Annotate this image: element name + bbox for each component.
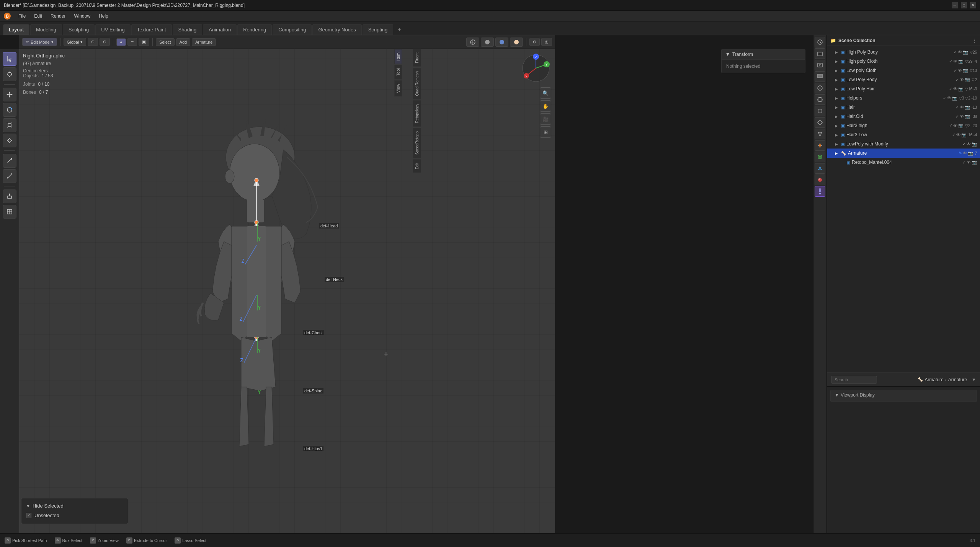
proportional-edit[interactable]: ⊙	[100, 38, 110, 46]
unselected-checkbox[interactable]: ✓	[26, 513, 31, 518]
tab-shading[interactable]: Shading	[173, 24, 203, 35]
tab-animation[interactable]: Animation	[203, 24, 237, 35]
side-tab-retopology[interactable]: Retopology	[413, 100, 421, 127]
camera-button[interactable]: 🎥	[540, 113, 551, 125]
modifier-props-icon[interactable]	[815, 117, 825, 128]
side-tab-quad-remesh[interactable]: Quad Remesh	[413, 68, 421, 99]
snap-toggle[interactable]: ⊕	[88, 38, 98, 46]
object-props-icon[interactable]	[815, 106, 825, 116]
add-menu[interactable]: Add	[176, 38, 191, 46]
tab-layout[interactable]: Layout	[3, 24, 29, 35]
output-props-icon[interactable]	[815, 60, 825, 70]
menu-file[interactable]: File	[15, 12, 29, 20]
solid-shading[interactable]	[481, 38, 494, 47]
svg-line-67	[244, 337, 256, 363]
particles-props-icon[interactable]	[815, 129, 825, 139]
tree-item-armature[interactable]: ▶ 🦴 Armature ✎ 👁 📷 7	[827, 149, 980, 158]
face-select[interactable]: ▣	[139, 38, 149, 46]
maximize-button[interactable]: □	[961, 2, 967, 8]
menu-help[interactable]: Help	[95, 12, 112, 20]
tree-item-lowpoly-modify[interactable]: ▶ ▣ LowPoly with Modify ✓ 👁 📷	[827, 139, 980, 149]
tab-compositing[interactable]: Compositing	[273, 24, 312, 35]
svg-point-113	[819, 188, 821, 190]
sep-1	[60, 38, 60, 46]
wireframe-shading[interactable]	[466, 38, 479, 47]
side-tab-fluent[interactable]: Fluent	[413, 49, 421, 67]
data-props-icon[interactable]	[815, 163, 825, 174]
side-tab-tool[interactable]: Tool	[394, 65, 402, 79]
tree-item-helpers[interactable]: ▶ ▣ Helpers ✓ 👁 📷 ▽3 ▽2 -10	[827, 93, 980, 103]
tree-item-high-poly-body[interactable]: ▶ ▣ High Poly Body ✓ 👁 📷 ▽26	[827, 47, 980, 57]
armature-props-icon[interactable]	[815, 186, 825, 197]
armature-menu[interactable]: Armature	[192, 38, 216, 46]
viewport-3d[interactable]: Z Z Z Y Y Y Y Right Orthographic (97) Ar…	[19, 49, 555, 533]
tree-item-high-poly-cloth[interactable]: ▶ ▣ High poly Cloth ✓ 👁 📷 ▽29 -4	[827, 57, 980, 66]
filter-btn[interactable]: ▼	[972, 377, 976, 382]
add-workspace-button[interactable]: +	[394, 24, 405, 35]
move-tool[interactable]	[3, 88, 16, 101]
props-search-input[interactable]	[831, 376, 877, 384]
menu-window[interactable]: Window	[70, 12, 94, 20]
tree-item-low-poly-body[interactable]: ▶ ▣ Low Poly Body ✓ 👁 📷 ▽2	[827, 75, 980, 84]
extrude-tool[interactable]	[3, 189, 16, 203]
scene-props-icon[interactable]	[815, 37, 825, 47]
tree-item-retopo-mantel[interactable]: ▣ Retopo_Mantel.004 ✓ 👁 📷	[827, 158, 980, 167]
render-props-icon[interactable]	[815, 48, 825, 59]
transform-tool[interactable]	[3, 134, 16, 147]
orientation-selector[interactable]: Global ▾	[64, 38, 87, 46]
grid-button[interactable]: ⊞	[540, 126, 551, 138]
annotate-tool[interactable]	[3, 154, 16, 168]
select-menu[interactable]: Select	[156, 38, 175, 46]
tree-item-hair-old[interactable]: ▶ ▣ Hair.Old ✓ 👁 📷 -38	[827, 112, 980, 121]
status-lasso-select: ⊙ Lasso Select	[175, 537, 206, 544]
subdivide-tool[interactable]	[3, 205, 16, 219]
tree-item-hair3-low[interactable]: ▶ ▣ Hair3 Low ✓ 👁 📷 16 -4	[827, 130, 980, 139]
rendered-shading[interactable]	[510, 38, 523, 47]
overlay-toggle[interactable]: ⊙	[529, 38, 540, 46]
options-icon[interactable]: ⋮	[972, 38, 977, 43]
physics-props-icon[interactable]	[815, 140, 825, 151]
side-tab-edit[interactable]: Edit	[413, 159, 421, 173]
world-props-icon[interactable]	[815, 94, 825, 105]
material-shading[interactable]	[495, 38, 508, 47]
material-props-icon[interactable]	[815, 175, 825, 185]
edge-select[interactable]: ━	[127, 38, 137, 46]
close-button[interactable]: ✕	[970, 2, 976, 8]
scale-tool[interactable]	[3, 118, 16, 132]
tab-scripting[interactable]: Scripting	[363, 24, 394, 35]
tab-rendering[interactable]: Rendering	[237, 24, 272, 35]
tree-item-hair[interactable]: ▶ ▣ Hair ✓ 👁 📷 -13	[827, 103, 980, 112]
cursor-tool[interactable]	[3, 67, 16, 81]
tab-texture-paint[interactable]: Texture Paint	[131, 24, 172, 35]
tab-geometry-nodes[interactable]: Geometry Nodes	[312, 24, 361, 35]
mode-selector[interactable]: ✏ Edit Mode ▾	[22, 38, 57, 46]
menu-edit[interactable]: Edit	[30, 12, 46, 20]
pan-button[interactable]: ✋	[540, 100, 551, 112]
svg-point-7	[514, 40, 519, 44]
tree-item-hair3-high[interactable]: ▶ ▣ Hair3 high ✓ 👁 📷 ▽2 -20	[827, 121, 980, 130]
view-layer-props-icon[interactable]	[815, 71, 825, 82]
tab-modeling[interactable]: Modeling	[30, 24, 62, 35]
tab-sculpting[interactable]: Sculpting	[63, 24, 95, 35]
side-tab-view[interactable]: View	[394, 80, 402, 96]
tab-uv-editing[interactable]: UV Editing	[95, 24, 130, 35]
navigation-gizmo[interactable]: Z Y X	[521, 53, 551, 83]
zoom-in-button[interactable]: 🔍	[540, 87, 551, 99]
select-tool[interactable]	[3, 52, 16, 66]
tree-item-low-poly-cloth[interactable]: ▶ ▣ Low poly Cloth ✓ 👁 📷 ▽13	[827, 66, 980, 75]
tree-item-low-poly-hair[interactable]: ▶ ▣ Low Poly Hair ✓ 👁 📷 ▽16 -3	[827, 84, 980, 93]
measure-tool[interactable]	[3, 169, 16, 183]
menu-render[interactable]: Render	[47, 12, 69, 20]
vertex-select[interactable]: ●	[116, 38, 126, 46]
popup-unselected-item[interactable]: ✓ Unselected	[21, 510, 128, 521]
xray-toggle[interactable]: ◎	[541, 38, 552, 46]
mesh-icon-8: ▣	[841, 114, 845, 119]
armature-properties-panel: 🦴 Armature › Armature ▼ ▼ Viewport Displ…	[827, 372, 980, 533]
viewport-display-header[interactable]: ▼ Viewport Display	[835, 392, 973, 398]
scene-data-icon[interactable]	[815, 83, 825, 93]
rotate-tool[interactable]	[3, 103, 16, 117]
minimize-button[interactable]: ─	[952, 2, 958, 8]
side-tab-item[interactable]: Item	[394, 49, 402, 64]
constraints-props-icon[interactable]	[815, 152, 825, 162]
side-tab-speedretopo[interactable]: SpeedRetopo	[413, 128, 421, 158]
